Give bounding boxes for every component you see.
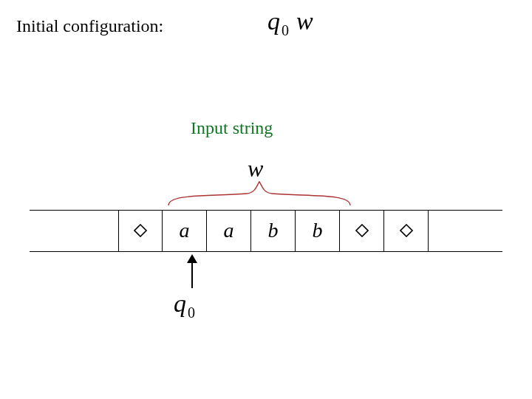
input-string-label: Input string [191, 118, 273, 138]
tape-cell: a [163, 210, 207, 251]
tape-bottom-border [30, 251, 502, 252]
brace-label-w: w [248, 155, 263, 183]
tape-cell [384, 210, 429, 251]
svg-marker-1 [356, 225, 368, 236]
tape-cell [340, 210, 384, 251]
head-state-label: q0 [174, 290, 195, 321]
tape-cell: b [296, 210, 340, 251]
diagram-canvas: Initial configuration: q0w Input string … [0, 0, 532, 399]
config-input-symbol: w [296, 7, 313, 35]
tape-cell: a [207, 210, 251, 251]
svg-marker-4 [187, 254, 197, 263]
svg-marker-0 [134, 225, 146, 236]
tape-cell: b [251, 210, 296, 251]
tape-cells: aabb [118, 210, 429, 251]
head-state-symbol: q [174, 290, 186, 317]
svg-marker-2 [400, 225, 412, 236]
title-text: Initial configuration: [16, 16, 163, 36]
head-arrow-icon [185, 254, 200, 288]
config-state-subscript: 0 [282, 22, 289, 38]
head-state-subscript: 0 [188, 304, 195, 321]
config-state-symbol: q [267, 7, 280, 35]
curly-brace-icon [166, 180, 353, 207]
configuration-expression: q0w [267, 7, 313, 39]
tape-cell [118, 210, 163, 251]
